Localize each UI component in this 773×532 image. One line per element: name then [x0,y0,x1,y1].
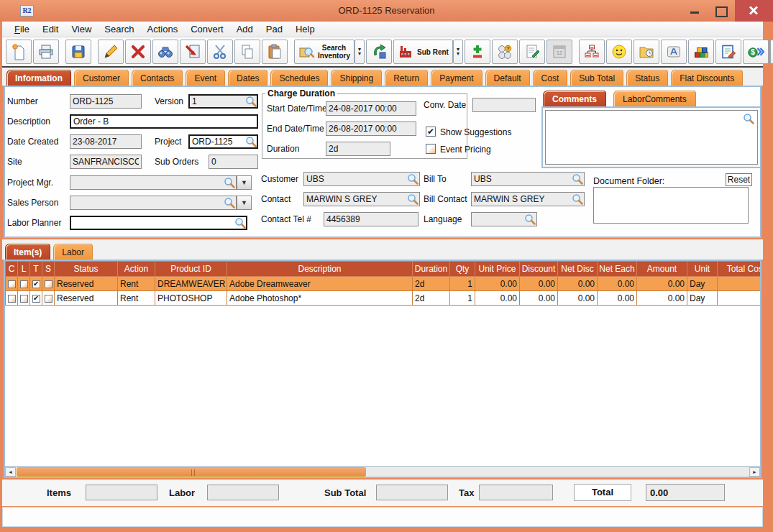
col-header-status[interactable]: Status [55,262,118,277]
row-checkbox-t[interactable] [32,295,40,303]
bill-to-field[interactable] [471,172,585,186]
invoice-note-button[interactable]: $ [770,40,773,64]
col-header-product-id[interactable]: Product ID [155,262,227,277]
tab-payment[interactable]: Payment [431,70,482,86]
tab-contacts[interactable]: Contacts [132,70,183,86]
col-header-amount[interactable]: Amount [637,262,687,277]
edit-document-button[interactable] [715,40,741,64]
minimize-icon[interactable] [685,0,705,22]
cell-unit-price[interactable]: 0.00 [475,277,520,291]
cell-status[interactable]: Reserved [55,291,118,306]
notes-button[interactable] [519,40,545,64]
cell-discount[interactable]: 0.00 [520,291,558,306]
cell-qty[interactable]: 1 [450,277,475,291]
event-pricing-checkbox[interactable] [426,144,436,154]
maximize-icon[interactable] [710,0,730,22]
tab-labor-comments[interactable]: LaborComments [613,91,696,106]
cell-amount[interactable]: 0.00 [637,291,687,306]
folder-history-button[interactable] [634,40,659,64]
quick-invoice-button[interactable]: $ [743,40,769,64]
menu-file[interactable]: File [8,22,36,36]
row-checkbox-t[interactable] [32,280,40,288]
number-field[interactable] [70,94,142,109]
menu-search[interactable]: Search [98,22,140,36]
date-created-field[interactable] [70,134,142,149]
row-checkbox-l[interactable] [20,295,28,303]
duration-field[interactable] [326,142,390,156]
project-mgr-field[interactable] [70,175,237,190]
tab-information[interactable]: Information [6,70,71,86]
cell-action[interactable]: Rent [118,277,155,291]
col-header-c[interactable]: C [6,262,18,277]
col-header-qty[interactable]: Qty [450,262,475,277]
cell-duration[interactable]: 2d [413,291,450,306]
tab-flat-discounts[interactable]: Flat Discounts [671,70,743,86]
find-button[interactable] [152,40,178,64]
tab-items[interactable]: Item(s) [5,244,50,260]
col-header-net-disc[interactable]: Net Disc [558,262,598,277]
search-icon[interactable] [407,173,418,185]
cut-button[interactable] [207,40,233,64]
search-icon[interactable] [234,217,246,229]
cell-qty[interactable]: 1 [450,291,475,306]
cell-status[interactable]: Reserved [55,277,118,291]
tab-dates[interactable]: Dates [228,70,267,86]
org-chart-button[interactable] [579,40,605,64]
table-row[interactable]: Reserved Rent PHOTOSHOP Adobe Photoshop*… [6,291,761,306]
end-date-field[interactable] [326,121,416,136]
search-icon[interactable] [572,173,583,185]
col-header-discount[interactable]: Discount [520,262,558,277]
convert-items-button[interactable] [366,40,392,64]
col-header-t[interactable]: T [30,262,42,277]
search-icon[interactable] [224,177,235,188]
tab-status[interactable]: Status [626,70,668,86]
menu-convert[interactable]: Convert [184,22,230,36]
new-document-button[interactable] [6,40,32,64]
col-header-unit[interactable]: Unit [687,262,718,277]
search-inventory-button[interactable]: SearchInventory [294,40,355,64]
show-suggestions-checkbox[interactable] [426,127,436,137]
search-icon[interactable] [224,197,235,208]
cell-description[interactable]: Adobe Dreamweaver [227,277,413,291]
sub-orders-field[interactable] [209,155,258,169]
row-checkbox-s[interactable] [45,295,52,303]
delete-button[interactable] [125,40,151,64]
tab-return[interactable]: Return [385,70,428,86]
tab-shipping[interactable]: Shipping [331,70,382,86]
tab-customer[interactable]: Customer [74,70,129,86]
group-availability-button[interactable]: ? [492,40,518,64]
menu-help[interactable]: Help [289,22,321,36]
cell-description[interactable]: Adobe Photoshop* [227,291,413,306]
paste-button[interactable] [262,40,288,64]
tab-schedules[interactable]: Schedules [270,70,328,86]
edit-button[interactable] [98,40,124,64]
customer-smiley-button[interactable] [606,40,632,64]
comments-textarea[interactable] [545,110,758,165]
col-header-net-each[interactable]: Net Each [598,262,637,277]
cell-discount[interactable]: 0.00 [520,277,558,291]
tab-default[interactable]: Default [485,70,530,86]
description-field[interactable] [70,114,258,129]
cell-product-id[interactable]: DREAMWEAVER [155,277,227,291]
sub-rent-button[interactable]: Sub Rent [393,40,453,64]
menu-add[interactable]: Add [230,22,260,36]
search-icon[interactable] [743,113,754,124]
cell-amount[interactable]: 0.00 [637,277,687,291]
cell-unit[interactable]: Day [687,277,718,291]
cell-net-disc[interactable]: 0.00 [558,277,598,291]
tab-event[interactable]: Event [186,70,225,86]
cell-product-id[interactable]: PHOTOSHOP [155,291,227,306]
contact-field[interactable] [303,192,420,206]
sub-rent-dropdown[interactable]: ▾▾ [453,40,463,64]
site-field[interactable] [70,155,142,169]
row-checkbox-c[interactable] [8,295,16,303]
col-header-s[interactable]: S [42,262,55,277]
labor-planner-field[interactable] [70,216,247,230]
table-row[interactable]: Reserved Rent DREAMWEAVER Adobe Dreamwea… [6,277,761,291]
scroll-left-arrow-icon[interactable]: ◄ [5,467,16,477]
sales-person-field[interactable] [70,196,237,210]
search-icon[interactable] [245,96,257,107]
reset-button[interactable]: Reset [726,173,752,186]
search-inventory-dropdown[interactable]: ▾▾ [355,40,365,64]
cell-net-each[interactable]: 0.00 [598,291,637,306]
